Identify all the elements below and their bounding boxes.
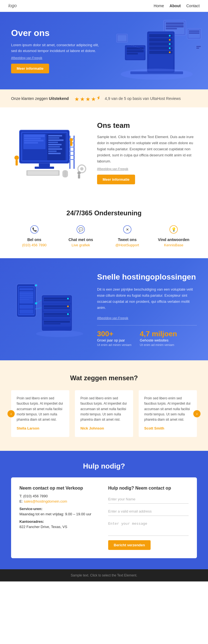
testimonials-prev-button[interactable]: ‹ [7,410,15,417]
hero-server-svg [108,17,202,84]
stat-growth-label: Groei jaar op jaar [97,338,131,342]
form-email-input[interactable] [108,507,189,516]
hosting-illustration [11,278,89,340]
svg-rect-52 [48,151,57,152]
phone-icon: 📞 [11,225,58,235]
hero-cta-button[interactable]: Meer informatie [11,64,49,73]
svg-rect-46 [48,137,59,139]
svg-rect-42 [24,140,44,141]
hosting-description: Dit is een zeer pijnlijke beschuldiging … [97,286,197,311]
svg-rect-40 [24,135,45,137]
footer: Sample text. Click to select the Text El… [0,569,208,581]
svg-rect-27 [130,71,183,74]
svg-rect-96 [43,296,71,303]
contact-info: Neem contact op met Verkoop T: (010) 456… [19,486,100,550]
svg-rect-65 [69,159,75,160]
testimonial-3-author: Scott Smith [144,426,191,431]
hero-title: Over ons [11,28,100,38]
testimonials-grid: ‹ Proin sed libero enim sed faucibus tur… [11,390,197,437]
reviews-bar: Onze klanten zeggen Uitstekend ★★★★★ 4,9… [0,89,208,107]
nav-logo: logo [8,3,17,8]
reviews-score: 4,9 van de 5 op basis van UltaHost Revie… [105,96,181,101]
testimonial-3-text: Proin sed libero enim sed faucibus turpi… [144,396,191,422]
nav-contact[interactable]: Contact [186,4,200,8]
nav-home[interactable]: Home [154,4,164,8]
svg-rect-97 [44,298,70,299]
contact-phone: T: (010) 456 7890 [19,494,100,498]
svg-rect-100 [43,304,71,311]
hosting-svg [11,278,89,339]
hosting-img-credit: Afbeelding van Freepik [97,316,197,320]
contact-hours: Maandag tot en met vrijdag: 9.00 – 19.00… [19,512,100,516]
testimonial-2-author: Nick Johnson [80,426,128,431]
contact-address-label: Kantooradres: [19,519,100,524]
support-chat-sub: Live grafiek [58,243,104,247]
svg-rect-93 [19,305,33,309]
svg-rect-109 [44,321,70,323]
team-svg [11,122,89,183]
testimonial-1: Proin sed libero enim sed faucibus turpi… [11,390,69,437]
testimonials-title: Wat zeggen mensen? [11,374,197,382]
svg-point-17 [169,39,171,41]
svg-rect-24 [127,50,144,52]
testimonial-2: Proin sed libero enim sed faucibus turpi… [75,390,133,437]
svg-rect-57 [16,160,18,165]
reviews-label: Onze klanten zeggen Uitstekend [11,96,69,101]
hosting-section: Snelle hostingoplossingen Dit is een zee… [0,258,208,360]
support-tweet-label: Tweet ons [104,237,151,242]
svg-point-69 [80,167,83,170]
svg-rect-3 [166,25,184,27]
support-chat-label: Chat met ons [58,237,104,242]
contact-email-link[interactable]: sales@hostingdomein.com [24,499,67,503]
stat-websites-number: 4,7 miljoen [140,330,177,338]
form-name-input[interactable] [108,495,189,504]
stat-growth: 300+ Groei jaar op jaar Ut enim ad minim… [97,330,131,346]
svg-rect-35 [196,48,199,49]
svg-rect-59 [73,136,75,169]
testimonial-1-author: Stella Larson [17,426,64,431]
lightbulb-icon: 💡 [151,225,197,235]
hulp-title: Hulp nodig? [11,462,197,470]
svg-point-16 [169,35,171,37]
team-img-credit: Afbeelding van Freepik [97,167,197,170]
svg-rect-110 [44,323,60,324]
contact-address: 822 Fancher Drive, Texas, VS [19,525,100,529]
support-section: 24/7/365 Ondersteuning 📞 Bel ons (010) 4… [0,198,208,258]
contact-form-title: Hulp nodig? Neem contact op [108,486,189,491]
contact-email: E: sales@hostingdomein.com [19,499,100,503]
svg-rect-47 [48,139,64,141]
testimonials-section: Wat zeggen mensen? ‹ Proin sed libero en… [0,360,208,451]
hulp-card: Neem contact op met Verkoop T: (010) 456… [11,477,197,558]
support-grid: 📞 Bel ons (010) 456 7890 💬 Chat met ons … [11,225,197,247]
team-cta-button[interactable]: Meer informatie [97,175,135,184]
svg-rect-43 [24,142,38,144]
hosting-content: Snelle hostingoplossingen Dit is een zee… [97,272,197,346]
support-item-tweet: ✕ Tweet ons @HostSupport [104,225,151,247]
svg-rect-71 [78,175,80,179]
team-content: Ons team Sample text. Click to select th… [97,121,197,184]
svg-point-107 [67,313,69,315]
svg-rect-73 [28,171,58,175]
svg-rect-34 [196,46,201,47]
svg-rect-51 [48,148,62,150]
testimonials-next-button[interactable]: › [193,410,201,417]
navbar: logo Home About Contact [0,0,208,12]
hero-img-credit: Afbeelding van Freepik [11,56,100,60]
form-message-input[interactable] [108,519,189,536]
support-item-phone: 📞 Bel ons (010) 456 7890 [11,225,58,247]
svg-point-18 [169,43,171,45]
nav-about[interactable]: About [169,4,181,8]
stat-websites: 4,7 miljoen Gehoste websites Ut enim ad … [140,330,177,346]
team-section: Ons team Sample text. Click to select th… [0,107,208,198]
svg-line-115 [36,308,42,309]
svg-rect-7 [189,30,199,32]
stat-websites-sub: Ut enim ad minim veniam [140,343,177,346]
team-title: Ons team [97,121,197,130]
svg-rect-105 [44,313,70,315]
support-phone-label: Bel ons [11,237,58,242]
support-kb-sub: KennisBase [151,243,197,247]
svg-point-119 [36,330,83,337]
form-submit-button[interactable]: Bericht verzenden [108,540,151,550]
support-item-chat: 💬 Chat met ons Live grafiek [58,225,104,247]
svg-point-70 [77,171,81,175]
